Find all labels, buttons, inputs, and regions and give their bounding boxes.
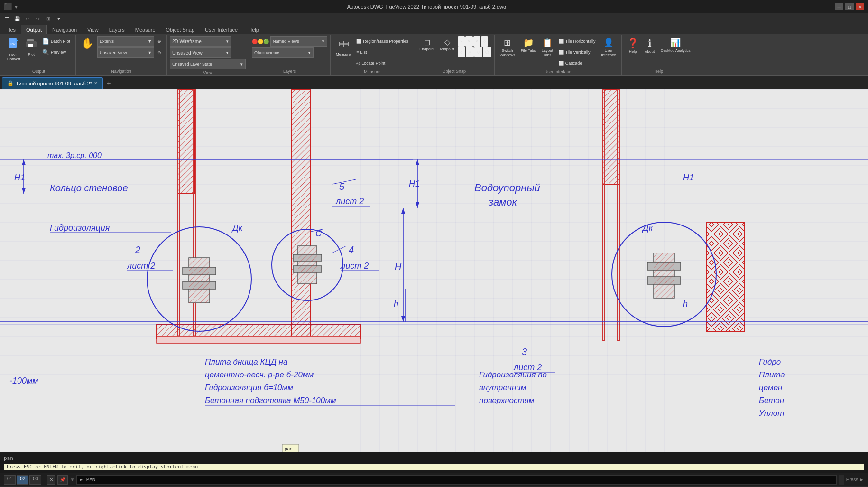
locate-point-button[interactable]: ◎ Locate Point	[354, 58, 411, 68]
qat-save-button[interactable]: 💾	[12, 14, 22, 23]
pan-button[interactable]: ✋	[79, 36, 96, 51]
help-button[interactable]: ❓ Help	[625, 36, 641, 55]
ribbon-group-help: ❓ Help ℹ About 📊 Desktop Analytics Help	[622, 35, 696, 75]
midpoint-button[interactable]: ◇ Midpoint	[438, 36, 457, 53]
batch-plot-button[interactable]: 📄 Batch Plot	[40, 36, 73, 47]
snap-btn-2[interactable]: ×	[465, 36, 472, 47]
layer-dropdown[interactable]: Обозначения ▼	[252, 47, 314, 58]
cascade-button[interactable]: ⬜ Cascade	[556, 58, 598, 68]
layout-tabs-button[interactable]: 📋 LayoutTabs	[539, 36, 555, 58]
help-icon: ❓	[627, 37, 639, 49]
svg-text:цементно-песч. р-ре б-20мм: цементно-песч. р-ре б-20мм	[205, 370, 314, 379]
measure-button[interactable]: Measure	[333, 36, 353, 58]
desktop-analytics-button[interactable]: 📊 Desktop Analytics	[658, 36, 693, 54]
plot-label: Plot	[28, 52, 35, 56]
svg-rect-21	[602, 89, 619, 184]
region-mass-button[interactable]: ⬜ Region/Mass Properties	[354, 36, 411, 47]
switch-windows-button[interactable]: ⊞ SwitchWindows	[498, 36, 517, 58]
snap-btn-4[interactable]: ○	[481, 36, 488, 47]
about-button[interactable]: ℹ About	[642, 36, 657, 55]
tab-objectsnap[interactable]: Object Snap	[161, 25, 200, 34]
layout-tab-03[interactable]: 03	[29, 475, 41, 485]
zoom-in-button[interactable]: ⊕	[155, 36, 164, 47]
visual-style-dropdown[interactable]: 2D Wireframe ▼	[170, 36, 231, 47]
named-views-dropdown[interactable]: Named Views ▼	[270, 36, 327, 47]
dwg-convert-button[interactable]: DWG DWGConvert	[5, 36, 23, 63]
svg-text:DWG: DWG	[10, 42, 18, 46]
snap-btn-7[interactable]: ▽	[474, 47, 482, 57]
snap-btn-3[interactable]: ×	[473, 36, 480, 47]
list-button[interactable]: ≡ List	[354, 47, 411, 57]
minimize-button[interactable]: ─	[835, 3, 843, 10]
zoom-out-button[interactable]: ⊖	[155, 47, 164, 58]
cmd-input-display[interactable]: ► PAN	[76, 475, 836, 485]
cad-drawing[interactable]: max. 3р.ср. 000 Кольцо стеновое Гидроизо…	[0, 89, 868, 452]
view-dropdown[interactable]: Unsaved View ▼	[97, 47, 154, 58]
window-title: Autodesk DWG TrueView 2022 Типовой проек…	[18, 4, 835, 9]
coordinates-display[interactable]: Press ►	[846, 477, 864, 482]
named-view-dropdown[interactable]: Unsaved View ▼	[170, 47, 231, 58]
svg-text:max. 3р.ср. 000: max. 3р.ср. 000	[47, 151, 102, 159]
qat-dropdown-button[interactable]: ▼	[54, 14, 64, 23]
svg-text:Бетон: Бетон	[759, 396, 785, 405]
snap-btn-6[interactable]: △	[466, 47, 474, 57]
tab-userinterface[interactable]: User Interface	[200, 25, 243, 34]
svg-text:-100мм: -100мм	[9, 376, 38, 385]
tab-output[interactable]: Output	[21, 25, 47, 34]
qat-view-button[interactable]: ⊞	[44, 14, 53, 23]
drawing-area[interactable]: max. 3р.ср. 000 Кольцо стеновое Гидроизо…	[0, 89, 868, 452]
tile-horizontally-button[interactable]: ⬜ Tile Horizontally	[556, 36, 598, 47]
svg-text:H1: H1	[683, 173, 694, 182]
snap-btn-5[interactable]: ○	[458, 47, 465, 57]
help-group-label: Help	[655, 68, 664, 74]
layer-state-dropdown[interactable]: Unsaved Layer State ▼	[170, 59, 246, 69]
tab-view[interactable]: View	[82, 25, 104, 34]
help-label: Help	[629, 49, 637, 54]
escape-button[interactable]: ✕	[47, 475, 55, 485]
qat-redo-button[interactable]: ↪	[33, 14, 43, 23]
ribbon-group-navigation: ✋ Extents ▼ Unsaved View ▼ ⊕ ⊖ Navigatio…	[76, 35, 167, 75]
svg-text:замок: замок	[488, 196, 518, 208]
plot-button[interactable]: Plot	[24, 36, 39, 58]
qat-menu-button[interactable]: ☰	[2, 14, 11, 23]
tab-layers[interactable]: Layers	[104, 25, 130, 34]
layout-tabs-icon: 📋	[542, 37, 553, 48]
svg-text:цемен: цемен	[759, 383, 783, 392]
doc-tab-close-button[interactable]: ✕	[94, 81, 98, 86]
user-interface-button[interactable]: 👤 UserInterface	[599, 36, 619, 58]
add-tab-button[interactable]: +	[103, 77, 114, 89]
tab-measure[interactable]: Measure	[130, 25, 161, 34]
zoom-dropdown[interactable]: Extents ▼	[97, 36, 154, 47]
svg-text:поверхностям: поверхностям	[479, 396, 535, 405]
cmd-scroll-right[interactable]	[839, 475, 844, 485]
tab-les[interactable]: les	[4, 25, 21, 34]
measure-group-label: Measure	[364, 68, 380, 74]
ribbon-group-objectsnap: ◻ Endpoint ◇ Midpoint × × × ○ ○	[414, 35, 494, 75]
maximize-button[interactable]: □	[845, 3, 854, 10]
file-tabs-button[interactable]: 📁 File Tabs	[518, 36, 538, 54]
tab-navigation[interactable]: Navigation	[47, 25, 82, 34]
tab-help[interactable]: Help	[243, 25, 264, 34]
tile-h-icon: ⬜	[559, 39, 564, 44]
layout-tab-01[interactable]: 01	[4, 475, 16, 485]
qat-undo-button[interactable]: ↩	[23, 14, 32, 23]
snap-btn-1[interactable]: ×	[458, 36, 465, 47]
svg-rect-34	[189, 258, 210, 303]
svg-text:Уплот: Уплот	[758, 409, 784, 418]
endpoint-button[interactable]: ◻ Endpoint	[417, 36, 437, 53]
svg-text:Гидроизоляция: Гидроизоляция	[50, 223, 110, 233]
preview-button[interactable]: 🔍 Preview	[40, 47, 73, 57]
user-interface-icon: 👤	[603, 37, 614, 48]
svg-text:2: 2	[135, 244, 140, 255]
midpoint-label: Midpoint	[440, 47, 454, 51]
doc-tab-active[interactable]: 🔒 Типовой проект 901-09, альб 2* ✕	[2, 77, 103, 89]
layout-tab-02[interactable]: 02	[17, 475, 28, 485]
pin-button[interactable]: 📌	[57, 475, 68, 485]
snap-btn-8[interactable]: ⬡	[483, 47, 491, 57]
svg-marker-2	[16, 38, 18, 41]
list-icon: ≡	[356, 50, 359, 55]
endpoint-label: Endpoint	[419, 47, 434, 51]
tile-vertically-button[interactable]: ⬜ Tile Vertically	[556, 47, 598, 57]
close-button[interactable]: ✕	[856, 3, 864, 10]
locate-icon: ◎	[356, 61, 360, 66]
